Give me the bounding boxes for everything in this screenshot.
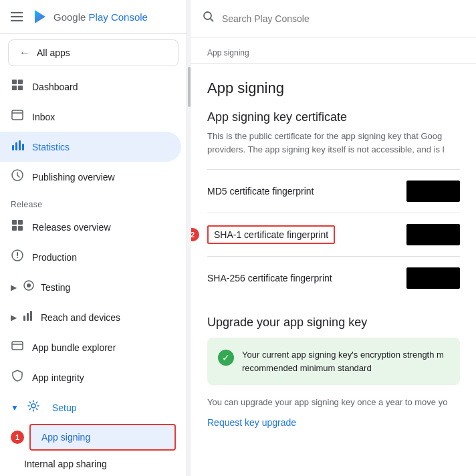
svg-rect-14	[18, 226, 23, 231]
app-bundle-icon	[11, 339, 24, 356]
upgrade-note: You can upgrade your app signing key onc…	[207, 396, 460, 409]
statistics-label: Statistics	[32, 142, 70, 152]
step1-badge: 1	[11, 431, 24, 444]
main-content: App signing App signing App signing key …	[191, 0, 476, 476]
sha256-row: SHA-256 certificate fingerprint	[207, 256, 460, 300]
search-input[interactable]	[222, 13, 465, 24]
md5-label: MD5 certificate fingerprint	[207, 186, 314, 197]
svg-point-22	[31, 404, 35, 408]
statistics-icon	[11, 138, 24, 155]
back-arrow-icon: ←	[19, 47, 30, 59]
menu-icon[interactable]	[8, 9, 25, 24]
sha1-value-box	[406, 224, 460, 245]
testing-label: Testing	[41, 282, 70, 293]
check-circle-icon: ✓	[218, 350, 234, 366]
cert-title: App signing key certificate	[207, 110, 460, 124]
sidebar-scroll-thumb[interactable]	[188, 67, 191, 107]
upgrade-card-text: Your current app signing key's encryptio…	[242, 348, 449, 374]
sha1-label: SHA-1 certificate fingerprint	[207, 225, 335, 244]
svg-rect-21	[12, 342, 23, 350]
sidebar-item-publishing[interactable]: Publishing overview	[0, 162, 181, 192]
inbox-icon	[11, 108, 24, 125]
release-nav: Releases overview Production ▶ Testing ▶	[0, 212, 187, 392]
sha256-label: SHA-256 certificate fingerprint	[207, 273, 332, 283]
app-bundle-label: App bundle explorer	[32, 342, 116, 353]
inbox-label: Inbox	[32, 112, 55, 122]
app-integrity-label: App integrity	[32, 372, 84, 383]
content-area: App signing App signing App signing key …	[191, 37, 476, 476]
setup-gear-icon	[27, 399, 40, 416]
svg-rect-12	[18, 220, 23, 225]
dashboard-label: Dashboard	[32, 82, 78, 92]
setup-expand-icon: ▼	[11, 403, 19, 412]
reach-label: Reach and devices	[41, 312, 120, 323]
internal-sharing-label: Internal app sharing	[24, 459, 107, 469]
svg-rect-4	[18, 86, 23, 90]
testing-icon	[22, 279, 35, 295]
production-icon	[11, 249, 24, 265]
svg-point-15	[17, 257, 18, 258]
sha256-value-box	[406, 267, 460, 289]
sidebar-item-reach[interactable]: ▶ Reach and devices	[0, 302, 187, 332]
production-label: Production	[32, 252, 77, 263]
page-title: App signing	[207, 80, 460, 97]
dashboard-icon	[11, 78, 24, 95]
step2-badge: 2	[191, 228, 199, 241]
sidebar-item-inbox[interactable]: Inbox	[0, 102, 181, 132]
sidebar-item-production[interactable]: Production	[0, 242, 181, 272]
sidebar-item-setup[interactable]: ▼ Setup	[0, 392, 187, 423]
sidebar-item-testing[interactable]: ▶ Testing	[0, 272, 187, 302]
breadcrumb-text: App signing	[207, 48, 249, 57]
sidebar-item-app-bundle[interactable]: App bundle explorer	[0, 332, 181, 362]
search-bar	[191, 0, 476, 37]
svg-rect-2	[18, 80, 23, 84]
md5-row: MD5 certificate fingerprint	[207, 169, 460, 213]
svg-point-23	[204, 12, 211, 19]
sidebar-item-app-signing[interactable]: App signing	[29, 424, 176, 451]
setup-label: Setup	[52, 402, 77, 413]
releases-icon	[11, 219, 24, 235]
play-logo-icon	[31, 7, 49, 26]
app-signing-label: App signing	[41, 432, 90, 443]
reach-icon	[22, 309, 35, 326]
release-section-label: Release	[0, 192, 187, 212]
svg-rect-20	[30, 311, 32, 321]
sha1-label-container: SHA-1 certificate fingerprint	[207, 225, 406, 244]
svg-rect-5	[12, 110, 23, 120]
svg-rect-19	[27, 313, 29, 321]
releases-overview-label: Releases overview	[32, 222, 111, 233]
md5-value-box	[406, 181, 460, 202]
upgrade-card: ✓ Your current app signing key's encrypt…	[207, 338, 460, 385]
testing-expand-icon: ▶	[11, 283, 17, 292]
sidebar-item-internal-sharing[interactable]: Internal app sharing	[0, 452, 187, 476]
request-key-upgrade-link[interactable]: Request key upgrade	[207, 417, 296, 428]
reach-expand-icon: ▶	[11, 313, 17, 322]
svg-point-17	[27, 283, 31, 287]
sidebar-header: Google Play Console	[0, 0, 187, 34]
logo-area: Google Play Console	[31, 7, 148, 26]
svg-rect-7	[15, 142, 17, 150]
upgrade-title: Upgrade your app signing key	[207, 316, 460, 330]
app-integrity-icon	[11, 369, 24, 386]
svg-rect-1	[12, 80, 17, 84]
svg-rect-13	[12, 226, 17, 231]
svg-rect-18	[23, 316, 25, 321]
all-apps-button[interactable]: ← All apps	[8, 39, 178, 66]
cert-section: App signing key certificate This is the …	[191, 110, 476, 300]
page-title-area: App signing	[191, 64, 476, 110]
logo-text: Google Play Console	[53, 11, 148, 23]
sidebar-item-app-integrity[interactable]: App integrity	[0, 362, 181, 392]
main-nav: Dashboard Inbox Statistics Publishing ov…	[0, 72, 187, 192]
upgrade-section: Upgrade your app signing key ✓ Your curr…	[191, 300, 476, 428]
sidebar-item-dashboard[interactable]: Dashboard	[0, 72, 181, 102]
publishing-label: Publishing overview	[32, 172, 115, 183]
svg-rect-9	[22, 144, 24, 150]
svg-rect-3	[12, 86, 17, 90]
svg-rect-6	[12, 145, 14, 150]
sidebar-item-statistics[interactable]: Statistics	[0, 132, 181, 162]
sidebar-item-releases-overview[interactable]: Releases overview	[0, 212, 181, 242]
publishing-icon	[11, 168, 24, 185]
sidebar: Google Play Console ← All apps Dashboard…	[0, 0, 187, 476]
search-icon	[202, 10, 215, 27]
sha1-row: 2 SHA-1 certificate fingerprint	[207, 213, 460, 256]
